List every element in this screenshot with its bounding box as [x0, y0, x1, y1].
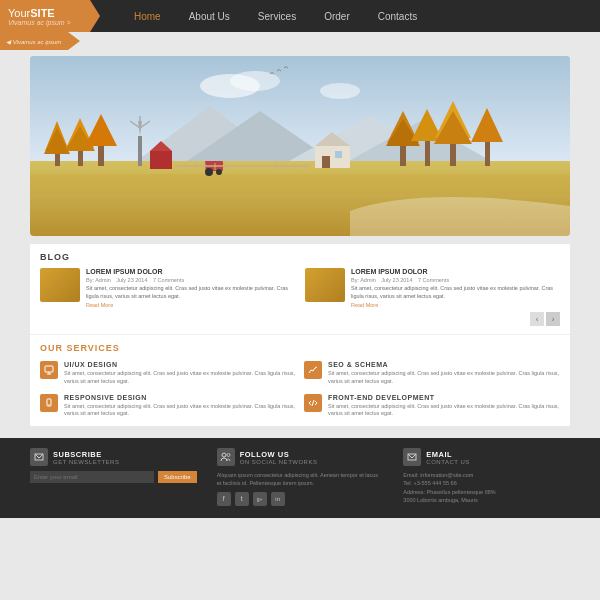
blog-prev-button[interactable]: ‹: [530, 312, 544, 326]
content-card: BLOG LOREM IPSUM DOLOR By: Admin July 23…: [30, 244, 570, 426]
blog-date-2: July 23 2014: [381, 277, 412, 283]
service-icon-3: [40, 394, 58, 412]
blog-thumb-2: [305, 268, 345, 302]
footer-social-subtitle: ON SOCIAL NETWORKS: [240, 459, 318, 465]
blog-content-1: LOREM IPSUM DOLOR By: Admin July 23 2014…: [86, 268, 295, 308]
footer: SUBSCRIBE GET NEWSLETTERS Subscribe FOLL…: [0, 438, 600, 518]
services-title: OUR SERVICES: [40, 343, 560, 353]
svg-rect-38: [315, 146, 350, 168]
blog-next-button[interactable]: ›: [546, 312, 560, 326]
subscribe-email-input[interactable]: [30, 471, 154, 483]
service-text-3: Sit amet, consectetur adipiscing elit. C…: [64, 403, 296, 418]
nav-home[interactable]: Home: [120, 0, 175, 32]
svg-point-59: [222, 453, 226, 457]
service-content-4: FRONT-END DEVELOPMENT Sit amet, consecte…: [328, 394, 560, 418]
subscribe-icon: [30, 448, 48, 466]
svg-rect-18: [138, 136, 142, 166]
blog-meta-2: By: Admin July 23 2014 7 Comments: [351, 277, 560, 283]
googleplus-icon[interactable]: g+: [253, 492, 267, 506]
service-item-2: SEO & SCHEMA Sit amet, consectetur adipi…: [304, 361, 560, 385]
footer-subscribe-form: Subscribe: [30, 471, 197, 483]
footer-social-titles: FOLLOW US ON SOCIAL NETWORKS: [240, 450, 318, 465]
service-name-4: FRONT-END DEVELOPMENT: [328, 394, 560, 401]
hero-illustration: [30, 56, 570, 236]
footer-social-header: FOLLOW US ON SOCIAL NETWORKS: [217, 448, 384, 466]
blog-post-title-1: LOREM IPSUM DOLOR: [86, 268, 295, 275]
blog-meta-1: By: Admin July 23 2014 7 Comments: [86, 277, 295, 283]
logo-brand: Your: [8, 7, 30, 19]
service-text-4: Sit amet, consectetur adipiscing elit. C…: [328, 403, 560, 418]
svg-rect-52: [45, 366, 53, 372]
ribbon: ◀ Vivamus ac ipsum: [0, 32, 80, 50]
svg-rect-23: [150, 151, 172, 169]
facebook-icon[interactable]: f: [217, 492, 231, 506]
service-icon-1: [40, 361, 58, 379]
blog-thumb-1: [40, 268, 80, 302]
service-item-3: RESPONSIVE DESIGN Sit amet, consectetur …: [40, 394, 296, 418]
blog-comments-1: 7 Comments: [153, 277, 184, 283]
nav-about[interactable]: About Us: [175, 0, 244, 32]
blog-navigation: ‹ ›: [40, 312, 560, 326]
footer-subscribe-titles: SUBSCRIBE GET NEWSLETTERS: [53, 450, 119, 465]
footer-subscribe: SUBSCRIBE GET NEWSLETTERS Subscribe: [30, 448, 197, 508]
blog-post-title-2: LOREM IPSUM DOLOR: [351, 268, 560, 275]
blog-comments-2: 7 Comments: [418, 277, 449, 283]
footer-subscribe-header: SUBSCRIBE GET NEWSLETTERS: [30, 448, 197, 466]
services-section: OUR SERVICES UI/UX DESIGN Sit amet, cons…: [30, 334, 570, 426]
nav-order[interactable]: Order: [310, 0, 364, 32]
ribbon-text: ◀ Vivamus ac ipsum: [6, 38, 61, 45]
nav-services[interactable]: Services: [244, 0, 310, 32]
people-icon: [220, 452, 232, 462]
footer-email-header: EMAIL CONTACT US: [403, 448, 570, 466]
svg-point-3: [320, 83, 360, 99]
logo: YourSITE Vivamus ac ipsum >: [0, 0, 100, 32]
footer-email-titles: EMAIL CONTACT US: [426, 450, 469, 465]
service-item-4: FRONT-END DEVELOPMENT Sit amet, consecte…: [304, 394, 560, 418]
svg-rect-40: [322, 156, 330, 168]
svg-point-2: [230, 71, 280, 91]
mobile-icon: [44, 398, 54, 408]
nav: Home About Us Services Order Contacts: [120, 0, 431, 32]
blog-author-2: By: Admin: [351, 277, 376, 283]
logo-text: YourSITE: [8, 7, 90, 19]
monitor-icon: [44, 365, 54, 375]
services-grid: UI/UX DESIGN Sit amet, consectetur adipi…: [40, 361, 560, 418]
svg-point-27: [216, 169, 222, 175]
footer-email-text: Email: information@site.com Tel: +3-555 …: [403, 471, 570, 504]
blog-post-1: LOREM IPSUM DOLOR By: Admin July 23 2014…: [40, 268, 295, 308]
blog-title: BLOG: [40, 252, 560, 262]
ribbon-container: ◀ Vivamus ac ipsum: [0, 32, 600, 50]
twitter-icon[interactable]: t: [235, 492, 249, 506]
service-icon-4: [304, 394, 322, 412]
chart-icon: [308, 365, 318, 375]
service-content-3: RESPONSIVE DESIGN Sit amet, consectetur …: [64, 394, 296, 418]
envelope-icon: [34, 452, 44, 462]
main-content: BLOG LOREM IPSUM DOLOR By: Admin July 23…: [0, 50, 600, 438]
nav-contacts[interactable]: Contacts: [364, 0, 431, 32]
svg-line-57: [312, 400, 314, 406]
blog-post-2: LOREM IPSUM DOLOR By: Admin July 23 2014…: [305, 268, 560, 308]
service-icon-2: [304, 361, 322, 379]
svg-rect-41: [335, 151, 342, 158]
svg-point-60: [227, 454, 230, 457]
service-name-2: SEO & SCHEMA: [328, 361, 560, 368]
service-text-2: Sit amet, consectetur adipiscing elit. C…: [328, 370, 560, 385]
footer-subscribe-title: SUBSCRIBE: [53, 450, 119, 459]
blog-readmore-1[interactable]: Read More: [86, 302, 295, 308]
linkedin-icon[interactable]: in: [271, 492, 285, 506]
service-text-1: Sit amet, consectetur adipiscing elit. C…: [64, 370, 296, 385]
blog-posts: LOREM IPSUM DOLOR By: Admin July 23 2014…: [40, 268, 560, 308]
social-icons-row: f t g+ in: [217, 492, 384, 506]
logo-site: SITE: [30, 7, 54, 19]
blog-author-1: By: Admin: [86, 277, 111, 283]
blog-readmore-2[interactable]: Read More: [351, 302, 560, 308]
svg-rect-9: [30, 174, 570, 194]
service-name-1: UI/UX DESIGN: [64, 361, 296, 368]
blog-date-1: July 23 2014: [116, 277, 147, 283]
svg-point-26: [205, 168, 213, 176]
logo-tagline: Vivamus ac ipsum >: [8, 19, 90, 26]
mail-envelope-icon: [407, 452, 417, 462]
footer-email: EMAIL CONTACT US Email: information@site…: [403, 448, 570, 508]
service-content-2: SEO & SCHEMA Sit amet, consectetur adipi…: [328, 361, 560, 385]
subscribe-button[interactable]: Subscribe: [158, 471, 197, 483]
